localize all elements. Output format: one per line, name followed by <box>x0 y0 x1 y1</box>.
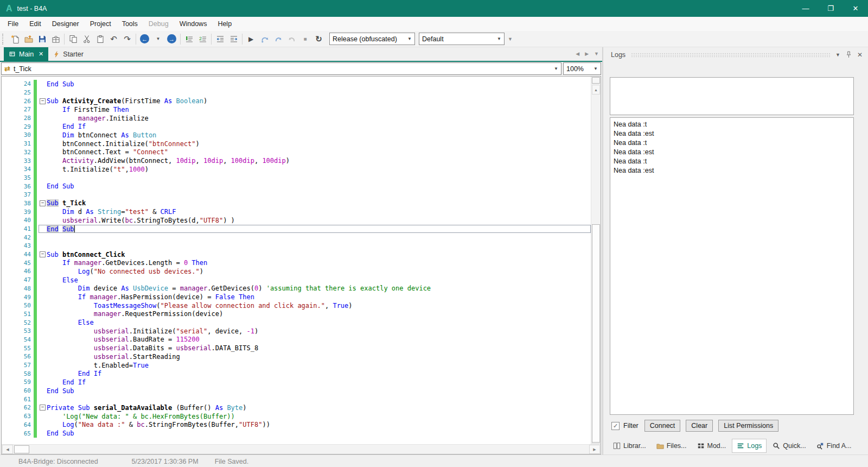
panel-tab-files[interactable]: Files... <box>652 439 691 452</box>
outdent-icon[interactable] <box>213 33 227 46</box>
step-over-icon[interactable] <box>285 33 298 46</box>
run-icon[interactable]: ▶ <box>244 33 258 46</box>
sub-navigator-combo[interactable]: ⇄ t_Tick ▼ <box>1 62 561 75</box>
code-line[interactable]: 34 t.Initialize("t",1000) <box>2 165 591 174</box>
code-line[interactable]: 64 Log("Nea data :" & bc.StringFromBytes… <box>2 421 591 430</box>
code-line[interactable]: 52 Else <box>2 318 591 327</box>
panel-tab-logs[interactable]: Logs <box>732 439 767 453</box>
close-panel-icon[interactable]: ✕ <box>857 51 863 59</box>
uncomment-icon[interactable]: 2 <box>196 33 209 46</box>
log-filter-box[interactable] <box>610 77 854 115</box>
fold-collapse-icon[interactable]: − <box>40 405 46 411</box>
panel-tab-quick-search[interactable]: Quick... <box>768 439 810 452</box>
navigate-back-icon[interactable]: ← <box>138 33 151 46</box>
scroll-up-icon[interactable]: ▲ <box>592 85 600 94</box>
resume-icon[interactable] <box>258 33 271 46</box>
code-line[interactable]: 45 If manager.GetDevices.Length = 0 Then <box>2 258 591 267</box>
filter-checkbox[interactable]: ✓ <box>611 422 620 430</box>
close-button[interactable]: ✕ <box>843 0 868 17</box>
code-line[interactable]: 56 usbserial.StartReading <box>2 352 591 361</box>
fold-collapse-icon[interactable]: − <box>40 251 46 257</box>
indent-icon[interactable] <box>227 33 240 46</box>
minimize-button[interactable]: — <box>793 0 818 17</box>
code-line[interactable]: 65End Sub <box>2 429 591 438</box>
tab-starter[interactable]: Starter <box>48 47 88 61</box>
tab-list-icon[interactable]: ▼ <box>594 51 599 56</box>
copy-icon[interactable] <box>66 33 80 46</box>
tab-scroll-left-icon[interactable]: ◀ <box>576 51 579 56</box>
code-line[interactable]: 44−Sub btnConnect_Click <box>2 250 591 259</box>
cut-icon[interactable] <box>80 33 93 46</box>
clear-button[interactable]: Clear <box>686 420 713 432</box>
code-line[interactable]: 29 End If <box>2 122 591 131</box>
navigate-forward-icon[interactable]: → <box>165 33 178 46</box>
menu-windows[interactable]: Windows <box>174 18 213 30</box>
menu-help[interactable]: Help <box>212 18 237 30</box>
toolbar-overflow-icon[interactable]: ▼ <box>508 36 512 42</box>
scroll-right-icon[interactable]: ▶ <box>589 445 600 454</box>
menu-tools[interactable]: Tools <box>117 18 143 30</box>
code-line[interactable]: 48 Dim device As UsbDevice = manager.Get… <box>2 285 591 293</box>
open-project-icon[interactable] <box>22 33 35 46</box>
horizontal-scroll-thumb[interactable] <box>14 445 29 453</box>
code-line[interactable]: 61 <box>2 395 591 403</box>
pin-icon[interactable] <box>846 51 852 58</box>
default-combo[interactable]: Default ▼ <box>419 33 505 45</box>
code-line[interactable]: 41End Sub <box>2 225 591 234</box>
code-line[interactable]: 31 btnConnect.Initialize("btnConnect") <box>2 140 591 148</box>
menu-file[interactable]: File <box>2 18 24 30</box>
panel-tab-find-all[interactable]: Find A... <box>812 439 856 452</box>
code-line[interactable]: 39 Dim d As String="test" & CRLF <box>2 207 591 216</box>
stop-icon[interactable]: ■ <box>298 33 312 46</box>
code-line[interactable]: 49 If manager.HasPermission(device) = Fa… <box>2 293 591 301</box>
code-line[interactable]: 24End Sub <box>2 80 591 89</box>
code-line[interactable]: 25 <box>2 89 591 97</box>
code-line[interactable]: 55 usbserial.DataBits = usbserial.DATA_B… <box>2 344 591 352</box>
fold-collapse-icon[interactable]: − <box>40 98 46 104</box>
package-icon[interactable] <box>49 33 62 46</box>
code-line[interactable]: 42 <box>2 233 591 242</box>
code-line[interactable]: 40 usbserial.Write(bc.StringToBytes(d,"U… <box>2 216 591 225</box>
scroll-left-icon[interactable]: ◀ <box>2 445 13 454</box>
paste-icon[interactable] <box>93 33 107 46</box>
redo-icon[interactable]: ↷ <box>120 33 134 46</box>
panel-menu-icon[interactable]: ▼ <box>835 52 840 58</box>
list-permissions-button[interactable]: List Permissions <box>718 420 778 432</box>
code-line[interactable]: 57 t.Enabled=True <box>2 361 591 370</box>
code-line[interactable]: 46 Log("No connected usb devices.") <box>2 267 591 276</box>
back-history-caret[interactable]: ▼ <box>151 33 165 46</box>
panel-tab-modules[interactable]: Mod... <box>693 439 731 452</box>
menu-designer[interactable]: Designer <box>47 18 85 30</box>
code-line[interactable]: 53 usbserial.Initialize("serial", device… <box>2 327 591 336</box>
log-output-box[interactable]: Nea data :tNea data :estNea data :tNea d… <box>610 117 854 415</box>
editor-horizontal-scrollbar[interactable]: ◀ ▶ <box>2 444 601 454</box>
vertical-scroll-thumb[interactable] <box>592 224 600 443</box>
code-line[interactable]: 59 End If <box>2 378 591 387</box>
code-line[interactable]: 47 Else <box>2 276 591 285</box>
build-configuration-combo[interactable]: Release (obfuscated) ▼ <box>329 33 415 45</box>
code-line[interactable]: 58 End If <box>2 369 591 378</box>
code-line[interactable]: 27 If FirstTime Then <box>2 105 591 114</box>
close-icon[interactable]: ✕ <box>39 51 43 58</box>
splitter-grip[interactable] <box>592 77 600 84</box>
code-line[interactable]: 54 usbserial.BaudRate = 115200 <box>2 336 591 344</box>
code-line[interactable]: 43 <box>2 242 591 250</box>
editor-vertical-scrollbar[interactable]: ▲ ▼ <box>591 77 601 444</box>
code-line[interactable]: 63 'Log("New data: " & bc.HexFromBytes(B… <box>2 412 591 421</box>
menu-project[interactable]: Project <box>85 18 117 30</box>
code-line[interactable]: 35 <box>2 174 591 182</box>
code-line[interactable]: 32 btnConnect.Text = "Connect" <box>2 148 591 157</box>
code-line[interactable]: 51 manager.RequestPermission(device) <box>2 310 591 319</box>
code-lines[interactable]: 24End Sub2526−Sub Activity_Create(FirstT… <box>2 77 591 444</box>
tab-main[interactable]: Main ✕ <box>4 47 48 61</box>
code-line[interactable]: 36End Sub <box>2 182 591 191</box>
restore-button[interactable]: ❐ <box>818 0 843 17</box>
rebuild-icon[interactable]: ↻ <box>312 33 326 46</box>
new-project-icon[interactable] <box>8 33 22 46</box>
panel-drag-grip[interactable] <box>631 53 830 58</box>
code-line[interactable]: 60End Sub <box>2 387 591 395</box>
zoom-combo[interactable]: 100% ▼ <box>563 62 601 75</box>
code-line[interactable]: 33 Activity.AddView(btnConnect, 10dip, 1… <box>2 156 591 165</box>
save-icon[interactable] <box>35 33 49 46</box>
fold-collapse-icon[interactable]: − <box>40 200 46 206</box>
